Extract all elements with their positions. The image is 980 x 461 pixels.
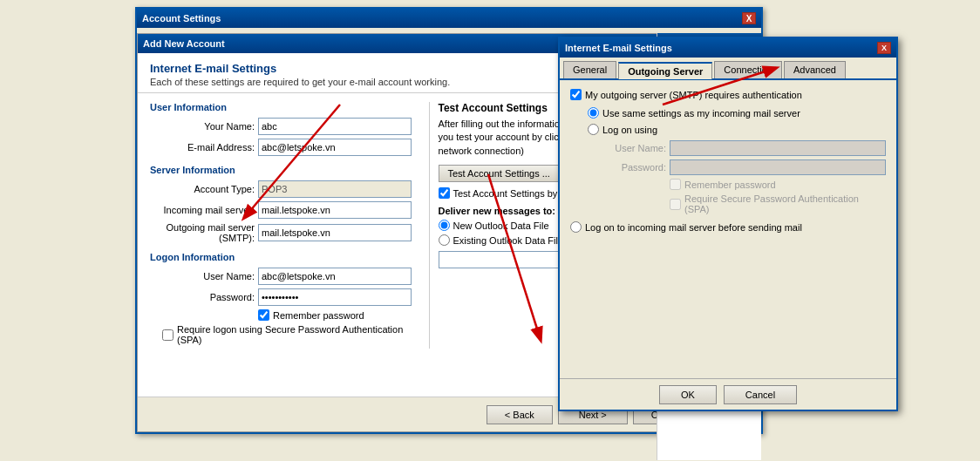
dialog-remember-label: Remember password bbox=[684, 180, 776, 190]
your-name-input[interactable] bbox=[258, 118, 412, 135]
dialog-bottom-buttons: OK Cancel bbox=[560, 378, 896, 410]
add-account-title: Add New Account bbox=[143, 38, 225, 49]
log-on-using-radio-row: Log on using bbox=[588, 124, 886, 135]
outgoing-server-label: Outgoing mail server (SMTP): bbox=[150, 222, 255, 243]
email-label: E-mail Address: bbox=[150, 142, 255, 153]
dialog-password-input[interactable] bbox=[670, 159, 886, 175]
back-button[interactable]: < Back bbox=[487, 405, 553, 424]
logon-username-row: User Name: bbox=[150, 268, 412, 285]
dialog-username-label: User Name: bbox=[596, 143, 666, 153]
account-settings-close[interactable]: X bbox=[742, 12, 756, 24]
email-settings-titlebar: Internet E-mail Settings X bbox=[560, 38, 896, 58]
email-settings-close[interactable]: X bbox=[877, 42, 891, 54]
tab-advanced[interactable]: Advanced bbox=[784, 61, 846, 78]
dialog-spa-checkbox[interactable] bbox=[670, 199, 681, 210]
incoming-server-row: Incoming mail server: bbox=[150, 201, 412, 219]
log-before-send-row: Log on to incoming mail server before se… bbox=[570, 221, 886, 233]
log-on-using-radio[interactable] bbox=[588, 124, 599, 135]
form-left: User Information Your Name: E-mail Addre… bbox=[150, 102, 412, 349]
new-outlook-label: New Outlook Data File bbox=[453, 220, 549, 231]
log-before-send-label: Log on to incoming mail server before se… bbox=[585, 222, 802, 233]
incoming-server-input[interactable] bbox=[258, 201, 412, 219]
tab-outgoing-server[interactable]: Outgoing Server bbox=[618, 62, 712, 79]
account-settings-titlebar: Account Settings X bbox=[137, 9, 761, 28]
outgoing-server-input[interactable] bbox=[258, 224, 412, 241]
dialog-remember-row: Remember password bbox=[670, 179, 886, 190]
remember-password-row: Remember password bbox=[258, 309, 412, 321]
dialog-cancel-button[interactable]: Cancel bbox=[724, 385, 797, 404]
logon-username-label: User Name: bbox=[150, 271, 255, 281]
dialog-remember-checkbox[interactable] bbox=[670, 179, 681, 190]
dialog-ok-button[interactable]: OK bbox=[659, 385, 717, 404]
account-type-label: Account Type: bbox=[150, 184, 255, 194]
log-before-send-radio[interactable] bbox=[570, 221, 582, 233]
log-on-using-label: Log on using bbox=[602, 125, 657, 135]
spa-label: Require logon using Secure Password Auth… bbox=[177, 324, 412, 345]
existing-outlook-label: Existing Outlook Data File bbox=[453, 235, 564, 246]
remember-password-checkbox[interactable] bbox=[258, 309, 269, 321]
smtp-auth-row: My outgoing server (SMTP) requires authe… bbox=[570, 89, 886, 100]
dialog-password-label: Password: bbox=[596, 162, 666, 173]
dialog-password-row: Password: bbox=[596, 159, 886, 175]
email-input[interactable] bbox=[258, 139, 412, 156]
email-settings-dialog: Internet E-mail Settings X General Outgo… bbox=[558, 37, 898, 411]
logon-username-input[interactable] bbox=[258, 268, 412, 285]
email-settings-title: Internet E-mail Settings bbox=[565, 43, 672, 53]
use-same-radio-row: Use same settings as my incoming mail se… bbox=[588, 107, 886, 119]
spa-checkbox[interactable] bbox=[162, 329, 174, 341]
tab-connection[interactable]: Connection bbox=[714, 61, 782, 78]
your-name-row: Your Name: bbox=[150, 118, 412, 135]
dialog-username-input[interactable] bbox=[670, 140, 886, 156]
logon-info-section-title: Logon Information bbox=[150, 252, 412, 262]
logon-password-row: Password: bbox=[150, 288, 412, 306]
tabs-bar: General Outgoing Server Connection Advan… bbox=[560, 58, 896, 80]
logon-credentials: User Name: Password: Remember password R… bbox=[570, 140, 886, 214]
incoming-server-label: Incoming mail server: bbox=[150, 205, 255, 215]
auth-options: Use same settings as my incoming mail se… bbox=[570, 107, 886, 135]
logon-password-label: Password: bbox=[150, 292, 255, 302]
account-type-input[interactable] bbox=[258, 180, 412, 198]
dialog-spa-label: Require Secure Password Authentication (… bbox=[684, 193, 886, 214]
user-info-section-title: User Information bbox=[150, 102, 412, 112]
use-same-radio[interactable] bbox=[588, 107, 599, 119]
smtp-auth-checkbox[interactable] bbox=[570, 89, 582, 100]
account-settings-title: Account Settings bbox=[142, 13, 221, 24]
spa-checkbox-row: Require logon using Secure Password Auth… bbox=[162, 324, 412, 345]
your-name-label: Your Name: bbox=[150, 121, 255, 132]
account-type-row: Account Type: bbox=[150, 180, 412, 198]
logon-password-input[interactable] bbox=[258, 288, 412, 306]
outgoing-server-row: Outgoing mail server (SMTP): bbox=[150, 222, 412, 243]
existing-outlook-radio[interactable] bbox=[439, 234, 450, 246]
use-same-label: Use same settings as my incoming mail se… bbox=[602, 108, 800, 119]
test-account-settings-button[interactable]: Test Account Settings ... bbox=[439, 165, 560, 182]
new-outlook-radio[interactable] bbox=[439, 220, 450, 231]
tab-general[interactable]: General bbox=[563, 61, 616, 78]
test-next-checkbox[interactable] bbox=[439, 187, 450, 199]
dialog-spa-row: Require Secure Password Authentication (… bbox=[670, 193, 886, 214]
outgoing-server-content: My outgoing server (SMTP) requires authe… bbox=[560, 80, 896, 245]
email-row: E-mail Address: bbox=[150, 139, 412, 156]
smtp-auth-label: My outgoing server (SMTP) requires authe… bbox=[585, 90, 802, 100]
server-info-section-title: Server Information bbox=[150, 165, 412, 175]
dialog-username-row: User Name: bbox=[596, 140, 886, 156]
remember-password-label: Remember password bbox=[273, 310, 364, 321]
